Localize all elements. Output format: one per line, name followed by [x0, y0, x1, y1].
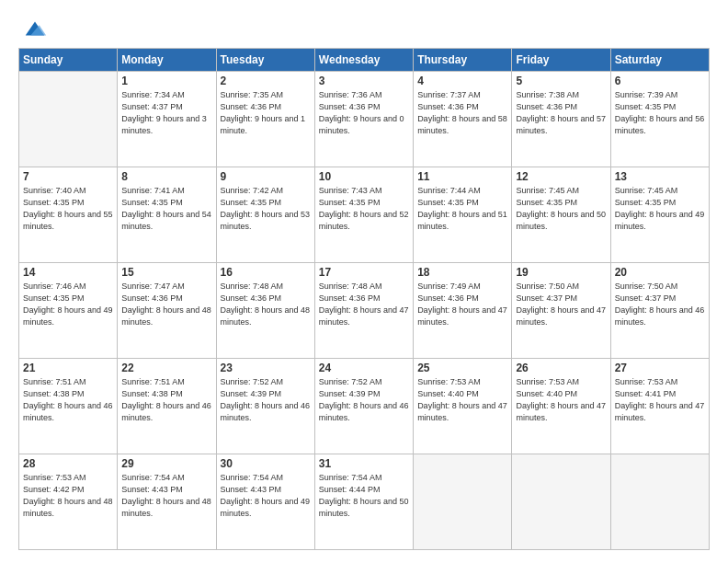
calendar-cell [414, 454, 512, 550]
calendar-cell: 1Sunrise: 7:34 AMSunset: 4:37 PMDaylight… [118, 72, 216, 167]
day-number: 4 [417, 75, 507, 87]
day-number: 14 [23, 266, 113, 279]
calendar-cell: 30Sunrise: 7:54 AMSunset: 4:43 PMDayligh… [216, 454, 314, 550]
day-number: 23 [221, 362, 311, 374]
day-number: 2 [221, 75, 311, 87]
day-info: Sunrise: 7:54 AMSunset: 4:43 PMDaylight:… [221, 472, 311, 520]
calendar-cell: 18Sunrise: 7:49 AMSunset: 4:36 PMDayligh… [414, 263, 512, 359]
calendar-cell: 8Sunrise: 7:41 AMSunset: 4:35 PMDaylight… [118, 167, 216, 263]
day-info: Sunrise: 7:53 AMSunset: 4:40 PMDaylight:… [417, 376, 507, 424]
day-info: Sunrise: 7:54 AMSunset: 4:43 PMDaylight:… [121, 472, 211, 520]
day-info: Sunrise: 7:48 AMSunset: 4:36 PMDaylight:… [319, 281, 409, 328]
day-number: 28 [23, 457, 113, 470]
calendar-cell: 10Sunrise: 7:43 AMSunset: 4:35 PMDayligh… [314, 167, 413, 263]
day-number: 18 [417, 266, 507, 279]
week-row-1: 1Sunrise: 7:34 AMSunset: 4:37 PMDaylight… [19, 72, 710, 167]
day-number: 31 [319, 457, 409, 470]
day-number: 7 [23, 170, 113, 183]
calendar-cell: 24Sunrise: 7:52 AMSunset: 4:39 PMDayligh… [314, 359, 413, 454]
day-info: Sunrise: 7:38 AMSunset: 4:36 PMDaylight:… [516, 89, 606, 137]
logo [18, 17, 48, 42]
calendar-cell [19, 72, 118, 167]
calendar-cell: 3Sunrise: 7:36 AMSunset: 4:36 PMDaylight… [314, 72, 413, 167]
weekday-header-saturday: Saturday [610, 49, 709, 72]
day-number: 8 [121, 170, 211, 183]
weekday-header-tuesday: Tuesday [216, 49, 314, 72]
calendar-cell: 25Sunrise: 7:53 AMSunset: 4:40 PMDayligh… [414, 359, 512, 454]
calendar-cell: 28Sunrise: 7:53 AMSunset: 4:42 PMDayligh… [19, 454, 118, 550]
day-info: Sunrise: 7:53 AMSunset: 4:41 PMDaylight:… [615, 376, 705, 424]
calendar-cell: 31Sunrise: 7:54 AMSunset: 4:44 PMDayligh… [314, 454, 413, 550]
day-number: 12 [516, 170, 606, 183]
calendar-cell: 16Sunrise: 7:48 AMSunset: 4:36 PMDayligh… [216, 263, 314, 359]
day-info: Sunrise: 7:45 AMSunset: 4:35 PMDaylight:… [516, 185, 606, 233]
day-info: Sunrise: 7:53 AMSunset: 4:42 PMDaylight:… [23, 472, 113, 520]
weekday-header-friday: Friday [512, 49, 610, 72]
day-number: 16 [221, 266, 311, 279]
calendar-cell: 6Sunrise: 7:39 AMSunset: 4:35 PMDaylight… [610, 72, 709, 167]
day-number: 3 [319, 75, 409, 87]
day-info: Sunrise: 7:34 AMSunset: 4:37 PMDaylight:… [121, 89, 211, 137]
day-info: Sunrise: 7:45 AMSunset: 4:35 PMDaylight:… [615, 185, 705, 233]
day-info: Sunrise: 7:35 AMSunset: 4:36 PMDaylight:… [221, 89, 311, 137]
day-info: Sunrise: 7:43 AMSunset: 4:35 PMDaylight:… [319, 185, 409, 233]
day-number: 29 [121, 457, 211, 470]
day-number: 6 [615, 75, 705, 87]
day-number: 5 [516, 75, 606, 87]
day-info: Sunrise: 7:47 AMSunset: 4:36 PMDaylight:… [121, 281, 211, 328]
calendar-cell: 29Sunrise: 7:54 AMSunset: 4:43 PMDayligh… [118, 454, 216, 550]
day-info: Sunrise: 7:37 AMSunset: 4:36 PMDaylight:… [417, 89, 507, 137]
day-info: Sunrise: 7:53 AMSunset: 4:40 PMDaylight:… [516, 376, 606, 424]
calendar-cell: 15Sunrise: 7:47 AMSunset: 4:36 PMDayligh… [118, 263, 216, 359]
calendar-cell: 20Sunrise: 7:50 AMSunset: 4:37 PMDayligh… [610, 263, 709, 359]
day-info: Sunrise: 7:51 AMSunset: 4:38 PMDaylight:… [121, 376, 211, 424]
weekday-header-row: SundayMondayTuesdayWednesdayThursdayFrid… [19, 49, 710, 72]
day-number: 27 [615, 362, 705, 374]
calendar-cell [610, 454, 709, 550]
calendar-cell: 13Sunrise: 7:45 AMSunset: 4:35 PMDayligh… [610, 167, 709, 263]
day-info: Sunrise: 7:50 AMSunset: 4:37 PMDaylight:… [615, 281, 705, 328]
day-info: Sunrise: 7:46 AMSunset: 4:35 PMDaylight:… [23, 281, 113, 328]
calendar-cell: 4Sunrise: 7:37 AMSunset: 4:36 PMDaylight… [414, 72, 512, 167]
day-info: Sunrise: 7:39 AMSunset: 4:35 PMDaylight:… [615, 89, 705, 137]
week-row-4: 21Sunrise: 7:51 AMSunset: 4:38 PMDayligh… [19, 359, 710, 454]
day-info: Sunrise: 7:50 AMSunset: 4:37 PMDaylight:… [516, 281, 606, 328]
calendar-cell [512, 454, 610, 550]
day-number: 9 [221, 170, 311, 183]
day-number: 11 [417, 170, 507, 183]
calendar-cell: 19Sunrise: 7:50 AMSunset: 4:37 PMDayligh… [512, 263, 610, 359]
header [18, 17, 710, 42]
week-row-5: 28Sunrise: 7:53 AMSunset: 4:42 PMDayligh… [19, 454, 710, 550]
week-row-2: 7Sunrise: 7:40 AMSunset: 4:35 PMDaylight… [19, 167, 710, 263]
day-number: 26 [516, 362, 606, 374]
week-row-3: 14Sunrise: 7:46 AMSunset: 4:35 PMDayligh… [19, 263, 710, 359]
calendar-cell: 5Sunrise: 7:38 AMSunset: 4:36 PMDaylight… [512, 72, 610, 167]
calendar-cell: 7Sunrise: 7:40 AMSunset: 4:35 PMDaylight… [19, 167, 118, 263]
page: SundayMondayTuesdayWednesdayThursdayFrid… [0, 0, 728, 563]
calendar-cell: 21Sunrise: 7:51 AMSunset: 4:38 PMDayligh… [19, 359, 118, 454]
day-info: Sunrise: 7:48 AMSunset: 4:36 PMDaylight:… [221, 281, 311, 328]
day-number: 20 [615, 266, 705, 279]
day-info: Sunrise: 7:51 AMSunset: 4:38 PMDaylight:… [23, 376, 113, 424]
day-number: 21 [23, 362, 113, 374]
day-number: 30 [221, 457, 311, 470]
day-info: Sunrise: 7:49 AMSunset: 4:36 PMDaylight:… [417, 281, 507, 328]
calendar-cell: 12Sunrise: 7:45 AMSunset: 4:35 PMDayligh… [512, 167, 610, 263]
weekday-header-sunday: Sunday [19, 49, 118, 72]
weekday-header-wednesday: Wednesday [314, 49, 413, 72]
day-number: 24 [319, 362, 409, 374]
day-number: 25 [417, 362, 507, 374]
day-number: 19 [516, 266, 606, 279]
calendar-cell: 9Sunrise: 7:42 AMSunset: 4:35 PMDaylight… [216, 167, 314, 263]
calendar-table: SundayMondayTuesdayWednesdayThursdayFrid… [18, 48, 710, 550]
day-info: Sunrise: 7:52 AMSunset: 4:39 PMDaylight:… [319, 376, 409, 424]
day-info: Sunrise: 7:42 AMSunset: 4:35 PMDaylight:… [221, 185, 311, 233]
calendar-cell: 27Sunrise: 7:53 AMSunset: 4:41 PMDayligh… [610, 359, 709, 454]
calendar-cell: 11Sunrise: 7:44 AMSunset: 4:35 PMDayligh… [414, 167, 512, 263]
day-number: 10 [319, 170, 409, 183]
calendar-cell: 2Sunrise: 7:35 AMSunset: 4:36 PMDaylight… [216, 72, 314, 167]
logo-icon [22, 17, 48, 42]
calendar-cell: 23Sunrise: 7:52 AMSunset: 4:39 PMDayligh… [216, 359, 314, 454]
calendar-cell: 17Sunrise: 7:48 AMSunset: 4:36 PMDayligh… [314, 263, 413, 359]
day-info: Sunrise: 7:52 AMSunset: 4:39 PMDaylight:… [221, 376, 311, 424]
